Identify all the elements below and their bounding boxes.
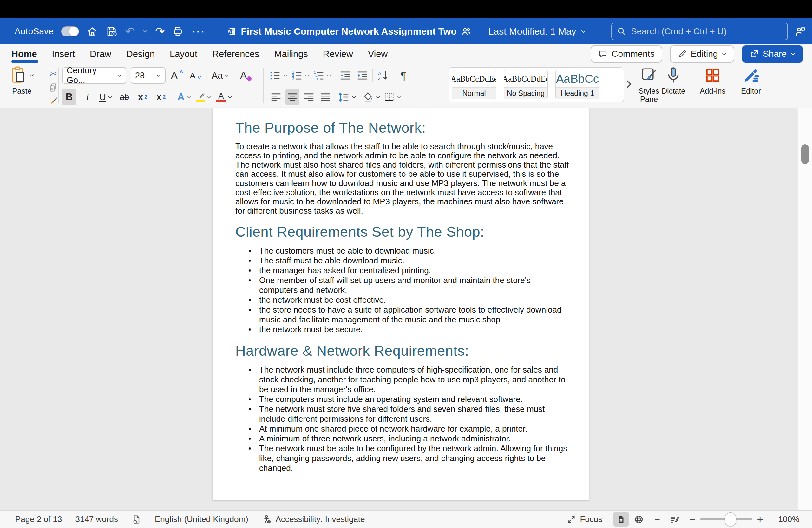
tab-view[interactable]: View [368,44,388,63]
font-color-button[interactable]: A [216,89,232,105]
shading-button[interactable] [362,89,381,105]
zoom-slider-thumb[interactable] [725,512,736,526]
group-divider [735,68,735,103]
globe-icon [634,514,644,525]
line-spacing-button[interactable] [338,89,357,105]
tab-insert[interactable]: Insert [52,44,75,63]
borders-button[interactable] [383,89,402,105]
paste-button[interactable]: Paste [10,65,34,95]
font-name-combo[interactable]: Century Go... [62,67,126,84]
dictate-button[interactable]: Dictate [662,65,685,95]
undo-button[interactable]: ↶ [125,26,135,37]
tab-mailings[interactable]: Mailings [274,44,308,63]
home-button[interactable] [87,26,98,37]
style-card-no-spacing[interactable]: AaBbCcDdEeNo Spacing [504,70,548,99]
accessibility-status[interactable]: ! Accessibility: Investigate [262,514,365,525]
outline-view-icon [652,515,661,524]
multilevel-list-button[interactable]: 1ai [313,67,332,84]
bold-button[interactable]: B [62,89,76,105]
outline-view-button[interactable] [649,512,665,527]
autosave-toggle[interactable] [61,26,79,37]
comments-button[interactable]: Comments [591,45,662,62]
show-formatting-button[interactable]: ¶ [396,67,410,84]
title-menu-chevron-icon[interactable] [581,30,586,33]
subscript-digit: 2 [145,94,147,100]
print-button[interactable] [172,26,184,37]
web-layout-view-button[interactable] [631,512,647,527]
borders-chevron-icon [397,96,402,99]
editing-mode-button[interactable]: Editing [670,45,735,62]
highlight-button[interactable] [196,89,212,105]
presence-feedback-button[interactable] [795,26,806,37]
addins-grid-icon [704,66,722,84]
print-layout-view-button[interactable] [613,512,629,527]
change-case-button[interactable]: Aa [212,67,229,84]
superscript-button[interactable]: x2 [154,89,168,105]
document-title[interactable]: First Music Computer Network Assignment … [241,26,456,37]
paste-label: Paste [12,87,31,95]
bullets-button[interactable] [269,67,288,84]
zoom-percentage[interactable]: 100% [772,514,799,524]
addins-button[interactable]: Add-ins [700,65,725,95]
document-page[interactable]: The Purpose of The Network:To create a n… [213,108,589,500]
copy-button[interactable] [47,82,60,93]
more-icon: ⋯ [191,26,205,37]
styles-pane-button[interactable]: Styles Pane [633,65,665,103]
share-button[interactable]: Share [742,45,803,62]
more-commands-button[interactable]: ⋯ [191,26,205,37]
zoom-slider[interactable] [700,518,752,520]
focus-expand-icon [566,515,576,524]
redo-button[interactable]: ↷ [155,26,165,37]
page-indicator[interactable]: Page 2 of 13 [15,514,62,524]
style-preview: AaBbCcDdEe [452,70,496,87]
doc-bullet-item: the store needs to have a suite of appli… [259,305,569,325]
scrollbar-thumb[interactable] [801,144,809,164]
tab-home[interactable]: Home [11,44,37,63]
style-card-normal[interactable]: AaBbCcDdEeNormal [452,70,496,99]
titlebar-left-cluster: AutoSave ↶ ↷ ⋯ [15,18,205,44]
zoom-out-button[interactable]: − [689,514,696,525]
justify-button[interactable] [318,89,332,105]
style-gallery-expand-button[interactable] [625,80,633,88]
grow-font-button[interactable]: A^ [170,67,184,84]
tab-review[interactable]: Review [323,44,353,63]
search-input[interactable] [631,26,782,37]
ribbon-tab-row: HomeInsertDrawDesignLayoutReferencesMail… [0,44,812,63]
editor-button[interactable]: Editor [741,65,761,95]
zoom-in-button[interactable]: + [757,514,763,525]
tab-layout[interactable]: Layout [170,44,197,63]
search-box[interactable] [611,23,788,40]
save-button[interactable] [106,25,118,38]
sort-button[interactable]: AZ [376,67,390,84]
align-center-button[interactable] [286,89,300,105]
focus-mode-button[interactable]: Focus [566,514,602,524]
style-card-heading-1[interactable]: AaBbCcHeading 1 [555,70,599,99]
group-divider [263,68,264,103]
word-count[interactable]: 3147 words [75,514,118,524]
tab-draw[interactable]: Draw [90,44,111,63]
text-effects-button[interactable]: A [177,89,191,105]
tab-references[interactable]: References [212,44,259,63]
font-size-combo[interactable]: 28 [131,67,165,84]
format-painter-button[interactable] [47,96,60,107]
tab-design[interactable]: Design [126,44,155,63]
align-left-button[interactable] [269,89,283,105]
align-right-button[interactable] [302,89,316,105]
spellcheck-status-button[interactable] [131,514,142,525]
shrink-font-button[interactable]: A^ [188,67,202,84]
change-case-chevron-icon [224,74,229,77]
vertical-scrollbar[interactable] [797,108,812,510]
language-selector[interactable]: English (United Kingdom) [155,514,248,524]
subscript-button[interactable]: x2 [136,89,150,105]
increase-indent-button[interactable] [355,67,369,84]
draft-view-button[interactable] [666,512,682,527]
cut-button[interactable]: ✂ [47,68,60,79]
clear-formatting-button[interactable]: A [238,67,252,84]
numbering-button[interactable]: 123 [291,67,309,84]
small-divider [359,90,359,104]
underline-button[interactable]: U [99,89,113,105]
italic-button[interactable]: I [81,89,95,105]
strikethrough-button[interactable]: ab [117,89,131,105]
undo-history-chevron-icon[interactable] [142,30,147,33]
decrease-indent-button[interactable] [338,67,352,84]
